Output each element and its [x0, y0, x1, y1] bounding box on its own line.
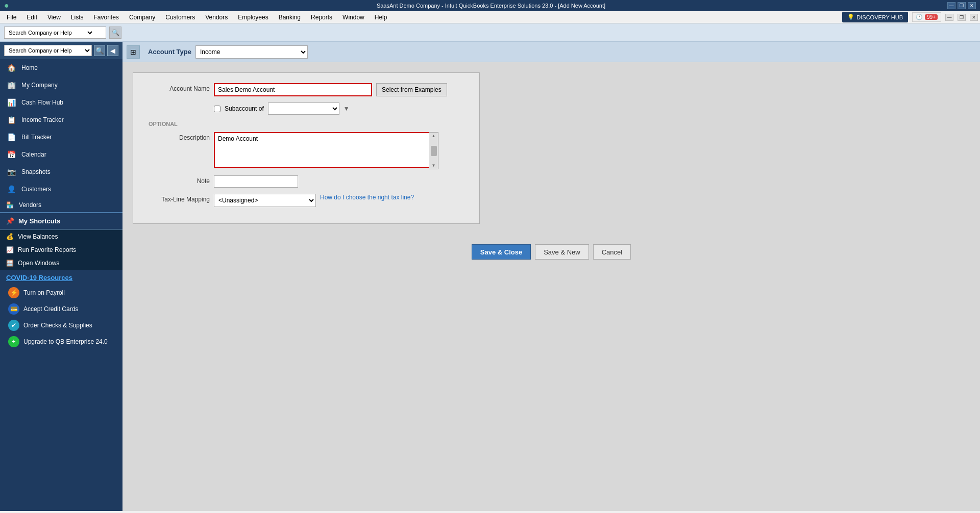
account-name-label: Account Name: [149, 83, 210, 92]
covid-section: COVID-19 Resources ⚡ Turn on Payroll 💳 A…: [0, 270, 122, 354]
sidebar-search: Search Company or Help 🔍 ◀: [0, 42, 122, 59]
sidebar-label-run-reports: Run Favorite Reports: [18, 246, 76, 253]
sidebar-item-calendar[interactable]: 📅 Calendar: [0, 146, 122, 163]
discovery-hub-button[interactable]: 💡 DISCOVERY HUB: [842, 12, 908, 22]
bill-tracker-icon: 📄: [6, 132, 16, 142]
minimize-button[interactable]: —: [947, 2, 955, 9]
menu-customers[interactable]: Customers: [161, 12, 200, 22]
menu-banking[interactable]: Banking: [274, 12, 305, 22]
tax-line-help-link[interactable]: How do I choose the right tax line?: [320, 194, 414, 201]
sidebar-item-open-windows[interactable]: 🪟 Open Windows: [0, 256, 122, 270]
menu-file[interactable]: File: [2, 12, 21, 22]
toolbar-close[interactable]: ✕: [970, 14, 978, 21]
menu-company[interactable]: Company: [125, 12, 160, 22]
sidebar-collapse-button[interactable]: ◀: [107, 45, 118, 56]
shortcuts-icon: 📌: [6, 217, 14, 225]
note-label: Note: [149, 175, 210, 185]
order-checks-icon: ✔: [8, 320, 19, 331]
sidebar-label-home: Home: [21, 64, 38, 71]
menu-edit[interactable]: Edit: [22, 12, 42, 22]
snapshots-icon: 📷: [6, 167, 16, 177]
view-balances-icon: 💰: [6, 233, 14, 240]
menu-view[interactable]: View: [43, 12, 65, 22]
description-label: Description: [149, 132, 210, 141]
discovery-hub-label: DISCOVERY HUB: [856, 14, 903, 20]
toggle-view-button[interactable]: ⊞: [127, 45, 140, 59]
notification-count[interactable]: 99+: [925, 14, 938, 20]
toolbar-restore[interactable]: ❐: [958, 14, 966, 21]
menu-lists[interactable]: Lists: [66, 12, 88, 22]
tax-line-select[interactable]: <Unassigned>: [214, 194, 316, 207]
title-bar-title: SaasAnt Demo Company - Intuit QuickBooks…: [35, 3, 947, 9]
restore-button[interactable]: ❐: [958, 2, 966, 9]
sidebar-search-select[interactable]: Search Company or Help: [5, 45, 91, 56]
menu-reports[interactable]: Reports: [306, 12, 337, 22]
subaccount-label[interactable]: Subaccount of: [225, 105, 264, 112]
action-bar: Save & Close Save & New Cancel: [133, 234, 970, 270]
clock-icon: 🕐: [916, 14, 923, 20]
content-header: ⊞ Account Type Income Expense Fixed Asse…: [122, 42, 980, 62]
sidebar-item-view-balances[interactable]: 💰 View Balances: [0, 230, 122, 243]
sidebar-item-home[interactable]: 🏠 Home: [0, 59, 122, 76]
company-icon: 🏢: [6, 80, 16, 90]
cancel-button[interactable]: Cancel: [593, 244, 631, 260]
sidebar-label-bill-tracker: Bill Tracker: [21, 134, 52, 141]
payroll-icon: ⚡: [8, 287, 19, 298]
account-name-row: Account Name Select from Examples: [149, 83, 464, 96]
scrollbar-down-arrow[interactable]: ▼: [432, 163, 436, 168]
sidebar-item-customers[interactable]: 👤 Customers: [0, 181, 122, 198]
menu-help[interactable]: Help: [370, 12, 392, 22]
sidebar-label-open-windows: Open Windows: [18, 260, 59, 267]
sidebar-item-my-company[interactable]: 🏢 My Company: [0, 76, 122, 94]
sidebar-label-view-balances: View Balances: [18, 233, 58, 240]
sidebar-item-income-tracker[interactable]: 📋 Income Tracker: [0, 111, 122, 129]
lightbulb-icon: 💡: [847, 14, 854, 20]
description-textarea[interactable]: Demo Account: [214, 132, 438, 168]
menu-employees[interactable]: Employees: [233, 12, 273, 22]
menu-vendors[interactable]: Vendors: [201, 12, 232, 22]
content-area: ⊞ Account Type Income Expense Fixed Asse…: [122, 42, 980, 511]
menu-favorites[interactable]: Favorites: [89, 12, 124, 22]
account-name-input[interactable]: [214, 83, 372, 96]
save-new-button[interactable]: Save & New: [535, 244, 589, 260]
covid-item-payroll[interactable]: ⚡ Turn on Payroll: [6, 285, 116, 301]
select-from-examples-button[interactable]: Select from Examples: [376, 83, 447, 96]
covid-item-order-checks[interactable]: ✔ Order Checks & Supplies: [6, 317, 116, 334]
sidebar-item-cash-flow-hub[interactable]: 📊 Cash Flow Hub: [0, 94, 122, 111]
form-container: Account Name Select from Examples Subacc…: [122, 62, 980, 511]
menu-window[interactable]: Window: [338, 12, 369, 22]
toolbar-minimize[interactable]: —: [945, 14, 953, 21]
subaccount-row: Subaccount of ▼: [214, 102, 464, 115]
sidebar-search-button[interactable]: 🔍: [94, 45, 105, 56]
covid-item-upgrade-qb[interactable]: + Upgrade to QB Enterprise 24.0: [6, 334, 116, 350]
subaccount-checkbox[interactable]: [214, 106, 220, 112]
close-button[interactable]: ✕: [968, 2, 976, 9]
account-type-select[interactable]: Income Expense Fixed Asset Bank Loan Cre…: [195, 45, 308, 59]
top-search-wrap: Search Company or Help: [4, 27, 106, 39]
order-checks-label: Order Checks & Supplies: [23, 322, 92, 329]
scrollbar-up-arrow[interactable]: ▲: [432, 134, 436, 138]
form-panel: Account Name Select from Examples Subacc…: [133, 72, 480, 224]
top-search-input[interactable]: Search Company or Help: [5, 27, 94, 38]
sidebar-item-snapshots[interactable]: 📷 Snapshots: [0, 163, 122, 181]
upgrade-label: Upgrade to QB Enterprise 24.0: [23, 338, 108, 345]
my-shortcuts-header[interactable]: 📌 My Shortcuts: [0, 213, 122, 229]
run-reports-icon: 📈: [6, 246, 14, 253]
covid-item-credit-cards[interactable]: 💳 Accept Credit Cards: [6, 301, 116, 317]
covid-title[interactable]: COVID-19 Resources: [6, 274, 116, 281]
vendors-icon: 🏪: [6, 201, 14, 209]
title-bar: ● SaasAnt Demo Company - Intuit QuickBoo…: [0, 0, 980, 11]
credit-cards-icon: 💳: [8, 303, 19, 315]
credit-cards-label: Accept Credit Cards: [23, 305, 78, 313]
note-input[interactable]: [214, 175, 298, 188]
top-search-button[interactable]: 🔍: [109, 27, 121, 39]
sidebar-item-bill-tracker[interactable]: 📄 Bill Tracker: [0, 129, 122, 146]
sidebar: Search Company or Help 🔍 ◀ 🏠 Home 🏢 My C…: [0, 42, 122, 511]
sidebar-item-run-favorite-reports[interactable]: 📈 Run Favorite Reports: [0, 243, 122, 256]
scrollbar-thumb: [431, 146, 437, 156]
save-close-button[interactable]: Save & Close: [472, 244, 531, 260]
sidebar-item-vendors[interactable]: 🏪 Vendors: [0, 198, 122, 213]
description-scrollbar: ▲ ▼: [429, 132, 438, 169]
subaccount-select[interactable]: [268, 102, 339, 115]
customers-icon: 👤: [6, 184, 16, 194]
